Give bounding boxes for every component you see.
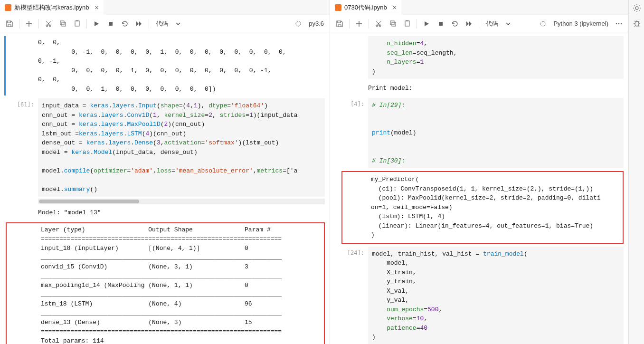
code-cell-top[interactable]: n_hidden=4, seq_len=seq_length, n_layers…: [336, 36, 624, 95]
cell-type-label: 代码: [156, 19, 168, 28]
svg-point-19: [635, 7, 638, 10]
svg-point-20: [635, 21, 639, 26]
add-cell-button[interactable]: [22, 17, 36, 30]
app-root: 新模型结构改写keras.ipynb × 代码 py3.6: [0, 0, 644, 344]
notebook-content-right[interactable]: n_hidden=4, seq_len=seq_length, n_layers…: [330, 32, 628, 344]
copy-button[interactable]: [56, 17, 69, 30]
jupyter-icon: [5, 4, 11, 11]
code-cell-4[interactable]: [4]: # In[29]: print(model) # In[30]: my…: [336, 98, 624, 244]
stop-button[interactable]: [434, 17, 447, 30]
run-button[interactable]: [420, 17, 433, 30]
cut-button[interactable]: [42, 17, 55, 30]
svg-point-16: [616, 23, 617, 24]
code-input-4[interactable]: # In[29]: print(model) # In[30]:: [368, 98, 624, 169]
paste-button[interactable]: [70, 17, 84, 30]
left-pane: 新模型结构改写keras.ipynb × 代码 py3.6: [0, 0, 330, 344]
model-summary-output: Layer (type) Output Shape Param # ======…: [6, 222, 325, 344]
code-cell-61[interactable]: [61]: input_data = keras.layers.Input(sh…: [6, 98, 325, 344]
close-icon[interactable]: ×: [393, 4, 397, 11]
close-icon[interactable]: ×: [95, 4, 98, 11]
svg-rect-4: [75, 21, 79, 26]
code-input-top[interactable]: n_hidden=4, seq_len=seq_length, n_layers…: [368, 36, 624, 79]
output-cell: 0, 0, 0, -1, 0, 0, 0, 0, 1, 0, 0, 0, 0, …: [4, 36, 325, 96]
model-name-output: Model: "model_13": [38, 204, 325, 220]
svg-rect-5: [76, 20, 78, 21]
cell-type-label: 代码: [486, 19, 498, 28]
bug-icon[interactable]: [633, 19, 641, 28]
code-cell-24[interactable]: [24]: model, train_hist, val_hist = trai…: [336, 247, 624, 344]
ellipsis-button[interactable]: [612, 17, 625, 30]
tabbar-right: 0730代码.ipynb ×: [330, 0, 628, 15]
restart-button[interactable]: [118, 17, 132, 30]
chevron-down-icon: [506, 21, 511, 26]
toolbar-right: 代码 Python 3 (ipykernel): [330, 15, 628, 32]
kernel-name[interactable]: Python 3 (ipykernel): [550, 20, 611, 27]
svg-rect-11: [392, 22, 396, 26]
save-button[interactable]: [333, 17, 346, 30]
gear-icon[interactable]: [633, 4, 641, 12]
predictor-output: my_Predictor( (c1): ConvTranspose1d(1, 1…: [341, 171, 624, 244]
chevron-down-icon: [176, 21, 180, 26]
notebook-content-left[interactable]: 0, 0, 0, -1, 0, 0, 0, 0, 1, 0, 0, 0, 0, …: [0, 32, 330, 344]
horizontal-scrollbar[interactable]: [38, 199, 325, 204]
right-pane: 0730代码.ipynb × 代码 Python 3 (ipyke: [330, 0, 629, 344]
svg-rect-10: [390, 21, 394, 25]
jupyter-icon: [335, 4, 341, 11]
right-sidebar: [629, 0, 644, 344]
cell-type-select[interactable]: 代码: [482, 19, 514, 28]
fast-forward-button[interactable]: [133, 17, 146, 30]
tab-right-notebook[interactable]: 0730代码.ipynb ×: [330, 0, 401, 15]
code-input-24[interactable]: model, train_hist, val_hist = train_mode…: [368, 247, 624, 344]
svg-point-17: [618, 23, 620, 24]
tab-left-notebook[interactable]: 新模型结构改写keras.ipynb ×: [0, 0, 104, 15]
svg-point-7: [296, 21, 301, 26]
svg-rect-12: [405, 21, 409, 26]
tabbar-left: 新模型结构改写keras.ipynb ×: [0, 0, 330, 15]
kernel-idle-icon[interactable]: [292, 17, 305, 30]
stop-button[interactable]: [104, 17, 117, 30]
array-output: 0, 0, 0, -1, 0, 0, 0, 0, 1, 0, 0, 0, 0, …: [38, 36, 325, 96]
kernel-name[interactable]: py3.6: [306, 20, 327, 27]
svg-rect-13: [406, 20, 408, 21]
code-input-61[interactable]: input_data = keras.layers.Input(shape=(4…: [38, 98, 325, 197]
tab-title: 新模型结构改写keras.ipynb: [14, 3, 89, 12]
kernel-idle-icon[interactable]: [536, 17, 549, 30]
svg-rect-14: [439, 22, 443, 26]
svg-point-15: [540, 21, 545, 26]
svg-rect-6: [109, 22, 113, 26]
copy-button[interactable]: [386, 17, 399, 30]
svg-rect-3: [62, 22, 66, 26]
prompt-24: [24]:: [336, 247, 368, 344]
cut-button[interactable]: [372, 17, 385, 30]
run-button[interactable]: [90, 17, 103, 30]
svg-point-18: [621, 23, 622, 24]
svg-rect-2: [60, 21, 64, 25]
tab-title: 0730代码.ipynb: [344, 3, 387, 12]
toolbar-left: 代码 py3.6: [0, 15, 330, 32]
save-button[interactable]: [3, 17, 16, 30]
print-model-header: Print model:: [368, 79, 624, 95]
fast-forward-button[interactable]: [463, 17, 476, 30]
restart-button[interactable]: [448, 17, 462, 30]
cell-gutter: [6, 36, 38, 96]
add-cell-button[interactable]: [352, 17, 366, 30]
cell-type-select[interactable]: 代码: [152, 19, 184, 28]
paste-button[interactable]: [400, 17, 414, 30]
